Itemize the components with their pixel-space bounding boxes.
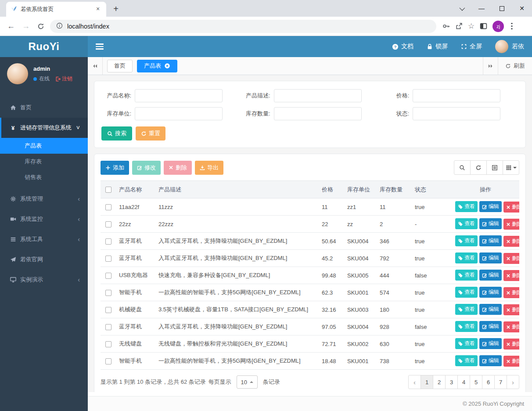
edit-button[interactable]: 编辑: [479, 338, 502, 349]
forward-icon[interactable]: →: [20, 21, 32, 32]
modify-button[interactable]: 修改: [132, 161, 161, 175]
back-icon[interactable]: ←: [5, 21, 17, 32]
browser-tab[interactable]: 若依系统首页 ×: [6, 2, 106, 17]
password-key-icon[interactable]: [442, 22, 450, 30]
tab-close-circle-icon[interactable]: [164, 63, 170, 69]
view-button[interactable]: 查看: [455, 355, 478, 366]
table-refresh-button[interactable]: [470, 160, 487, 175]
fullscreen-link[interactable]: 全屏: [461, 43, 482, 50]
sidebar-item-stock-table[interactable]: 库存表: [0, 154, 88, 169]
page-number-button[interactable]: 7: [494, 375, 507, 389]
page-number-button[interactable]: 6: [482, 375, 495, 389]
sidebar-item-inventory-system[interactable]: ¥ 进销存管理信息系统 ˅: [0, 118, 88, 138]
sidebar-avatar[interactable]: [7, 63, 28, 84]
view-button[interactable]: 查看: [455, 235, 478, 246]
edit-button[interactable]: 编辑: [479, 235, 502, 246]
page-next-button[interactable]: ›: [507, 375, 519, 389]
page-number-button[interactable]: 5: [470, 375, 482, 389]
row-checkbox[interactable]: [105, 238, 111, 245]
sidebar-item-system-monitor[interactable]: 系统监控 ‹: [0, 209, 88, 229]
worktab-product-table[interactable]: 产品表: [137, 60, 177, 72]
delete-button[interactable]: 删除: [503, 356, 519, 367]
sidebar-item-home[interactable]: 首页: [0, 97, 88, 118]
info-icon[interactable]: [56, 22, 63, 30]
table-search-toggle-button[interactable]: [454, 160, 471, 175]
side-panel-icon[interactable]: [480, 22, 487, 30]
worktab-home[interactable]: 首页: [107, 60, 133, 72]
view-button[interactable]: 查看: [455, 218, 478, 229]
delete-button[interactable]: 删除: [503, 287, 519, 298]
sidebar-toggle-icon[interactable]: [96, 43, 104, 50]
page-size-select[interactable]: 10: [237, 375, 258, 389]
bookmark-star-icon[interactable]: ☆: [468, 22, 474, 31]
window-minimize-button[interactable]: —: [471, 0, 492, 17]
row-checkbox[interactable]: [105, 324, 111, 330]
page-number-button[interactable]: 2: [433, 375, 446, 389]
sidebar-item-ruoyi-website[interactable]: 若依官网: [0, 249, 88, 270]
edit-button[interactable]: 编辑: [479, 201, 502, 212]
edit-button[interactable]: 编辑: [479, 321, 502, 332]
view-button[interactable]: 查看: [455, 338, 478, 349]
browser-menu-icon[interactable]: [509, 23, 514, 30]
delete-button[interactable]: 删除: [503, 219, 519, 230]
row-checkbox[interactable]: [105, 256, 111, 262]
view-button[interactable]: 查看: [455, 304, 478, 315]
view-button[interactable]: 查看: [455, 287, 478, 298]
edit-button[interactable]: 编辑: [479, 218, 502, 229]
add-button[interactable]: 添加: [101, 161, 129, 175]
row-checkbox[interactable]: [105, 273, 111, 279]
app-logo[interactable]: RuoYi: [0, 36, 88, 57]
view-button[interactable]: 查看: [455, 321, 478, 332]
delete-button[interactable]: 删除: [503, 253, 519, 264]
status-input[interactable]: [413, 107, 500, 120]
delete-button[interactable]: 删除: [503, 236, 519, 247]
page-prev-button[interactable]: ‹: [408, 375, 421, 389]
row-checkbox[interactable]: [105, 290, 111, 296]
reload-icon[interactable]: [35, 21, 47, 32]
row-checkbox[interactable]: [105, 221, 111, 227]
tabs-scroll-right-icon[interactable]: [483, 57, 498, 75]
row-checkbox[interactable]: [105, 341, 111, 347]
user-menu[interactable]: 若依: [495, 40, 524, 53]
delete-button-toolbar[interactable]: 删除: [164, 161, 192, 175]
page-number-button[interactable]: 4: [457, 375, 470, 389]
delete-button[interactable]: 删除: [503, 202, 519, 213]
search-button[interactable]: 搜索: [101, 126, 132, 141]
sidebar-item-sales-table[interactable]: 销售表: [0, 169, 88, 185]
delete-button[interactable]: 删除: [503, 304, 519, 315]
tabs-scroll-left-icon[interactable]: [88, 57, 103, 75]
sidebar-item-system-tools[interactable]: 系统工具 ‹: [0, 229, 88, 249]
stock-qty-input[interactable]: [274, 107, 362, 120]
price-input[interactable]: [413, 89, 500, 102]
product-desc-input[interactable]: [274, 89, 362, 102]
table-columns-button[interactable]: [503, 160, 519, 175]
address-bar[interactable]: localhost/index: [50, 20, 436, 33]
lock-screen-link[interactable]: 锁屏: [427, 43, 448, 50]
page-number-button[interactable]: 3: [445, 375, 458, 389]
browser-profile-avatar[interactable]: zj: [492, 21, 504, 32]
view-button[interactable]: 查看: [455, 201, 478, 212]
row-checkbox[interactable]: [105, 307, 111, 313]
view-button[interactable]: 查看: [455, 252, 478, 263]
delete-button[interactable]: 删除: [503, 339, 519, 350]
sidebar-item-product-table[interactable]: 产品表: [0, 138, 88, 154]
sidebar-item-system-management[interactable]: 系统管理 ‹: [0, 189, 88, 209]
edit-button[interactable]: 编辑: [479, 287, 502, 298]
share-icon[interactable]: [455, 22, 463, 30]
table-detail-view-button[interactable]: [486, 160, 503, 175]
edit-button[interactable]: 编辑: [479, 304, 502, 315]
delete-button[interactable]: 删除: [503, 321, 519, 332]
edit-button[interactable]: 编辑: [479, 252, 502, 263]
window-close-button[interactable]: ✕: [512, 0, 532, 17]
refresh-tab-button[interactable]: 刷新: [498, 57, 532, 75]
view-button[interactable]: 查看: [455, 270, 478, 281]
stock-unit-input[interactable]: [135, 107, 223, 120]
window-menu-button[interactable]: [451, 0, 471, 17]
export-button[interactable]: 导出: [195, 161, 223, 175]
row-checkbox[interactable]: [105, 358, 111, 364]
select-all-checkbox[interactable]: [105, 187, 111, 193]
delete-button[interactable]: 删除: [503, 270, 519, 281]
edit-button[interactable]: 编辑: [479, 355, 502, 366]
docs-link[interactable]: ? 文档: [392, 43, 413, 50]
new-tab-button[interactable]: +: [110, 3, 122, 15]
